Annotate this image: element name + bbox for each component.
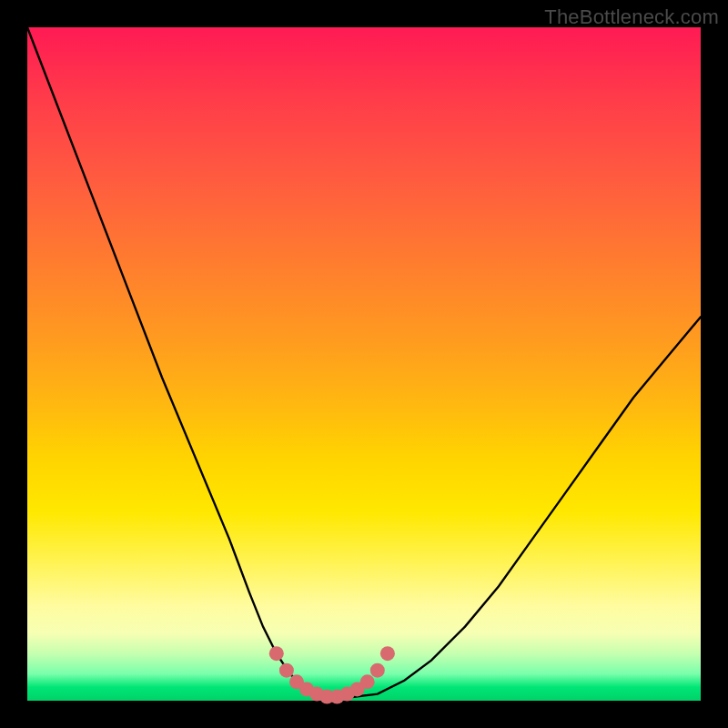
optimal-range-markers — [269, 646, 395, 703]
marker-dot — [380, 646, 395, 661]
chart-plot-area — [27, 27, 701, 701]
bottleneck-curve-path — [27, 27, 701, 697]
marker-dot — [370, 663, 385, 678]
chart-frame: TheBottleneck.com — [0, 0, 728, 728]
marker-dot — [360, 674, 375, 689]
marker-dot — [279, 663, 294, 678]
watermark-text: TheBottleneck.com — [544, 5, 719, 29]
marker-dot — [269, 646, 284, 661]
bottleneck-curve-svg — [27, 27, 701, 701]
